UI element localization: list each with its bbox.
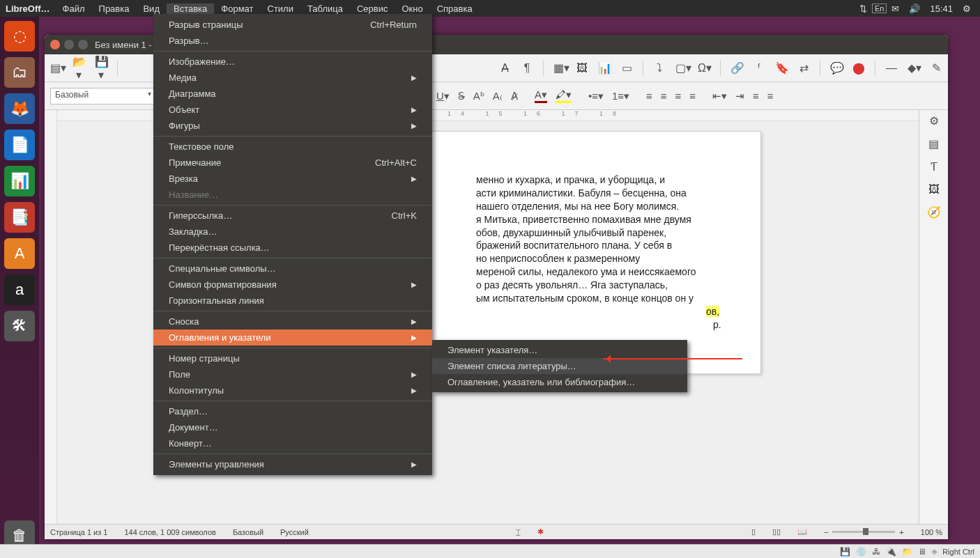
underline-icon[interactable]: U▾ [436,90,450,102]
settings-icon[interactable]: 🛠 [4,311,35,341]
menu-table[interactable]: Таблица [300,3,350,14]
window-maximize[interactable] [78,40,88,49]
insert-menu-item[interactable]: Номер страницы [153,350,432,366]
insert-menu-item[interactable]: Гиперссылка…Ctrl+K [153,208,432,224]
insert-menu-item[interactable]: Символ форматирования▶ [153,277,432,293]
align-right-icon[interactable]: ≡ [675,90,682,102]
insert-menu-item[interactable]: Разрыв… [153,33,432,49]
menu-format[interactable]: Формат [214,3,260,14]
align-center-icon[interactable]: ≡ [661,90,667,102]
para-spacing-icon[interactable]: ≡ [767,90,774,102]
zoom-slider[interactable]: −+ [824,528,904,536]
highlight-icon[interactable]: 🖍▾ [556,88,572,103]
linespacing-icon[interactable]: ≡ [753,90,759,102]
submenu-item[interactable]: Элемент списка литературы… [432,358,687,374]
insert-menu-item[interactable]: Элементы управления▶ [153,456,432,472]
insert-menu-item[interactable]: Сноска▶ [153,313,432,330]
insert-menu-item[interactable]: Объект▶ [153,102,432,118]
status-insert-icon[interactable]: ⌶ [516,528,521,536]
symbol-icon[interactable]: Ω▾ [698,61,710,75]
chart-icon[interactable]: 📊 [598,61,611,75]
calc-icon[interactable]: 📊 [4,166,35,196]
pilcrow-icon[interactable]: ¶ [521,62,533,75]
menu-window[interactable]: Окно [395,3,429,14]
subscript-icon[interactable]: A₍ [493,90,503,102]
insert-menu-item[interactable]: ПримечаниеCtrl+Alt+C [153,155,432,171]
clear-format-icon[interactable]: A̶ [498,61,511,75]
network-icon[interactable]: ⇅ [855,3,872,14]
table-icon[interactable]: ▦▾ [553,61,566,75]
field-icon[interactable]: ▢▾ [675,61,688,75]
trackchanges-icon[interactable]: ⬤ [852,61,865,75]
amazon-icon[interactable]: a [4,274,35,305]
view-single-icon[interactable]: ▯ [751,527,756,536]
draw-icon[interactable]: ✎ [930,61,942,75]
submenu-item[interactable]: Оглавление, указатель или библиография… [432,374,687,390]
files-icon[interactable]: 🗂 [4,57,35,88]
insert-menu-item[interactable]: Раздел… [153,403,432,419]
view-book-icon[interactable]: 📖 [797,527,807,536]
impress-icon[interactable]: 📑 [4,202,35,233]
superscript-icon[interactable]: Aᵇ [473,90,484,102]
menu-file[interactable]: Файл [56,3,92,14]
gear-icon[interactable]: ⚙ [958,3,976,14]
new-icon[interactable]: ▤▾ [50,61,63,75]
font-color-icon[interactable]: A▾ [535,88,547,103]
indent-inc-icon[interactable]: ⇥ [735,90,744,102]
footnote-icon[interactable]: ᶠ [753,61,765,75]
insert-menu-item[interactable]: Перекрёстная ссылка… [153,240,432,256]
insert-menu-item[interactable]: Оглавления и указатели▶ [153,330,432,346]
menu-styles[interactable]: Стили [261,3,300,14]
image-icon[interactable]: 🖼 [576,62,588,75]
save-icon[interactable]: 💾▾ [95,55,107,82]
submenu-item[interactable]: Элемент указателя… [432,342,687,358]
mail-icon[interactable]: ✉ [887,3,904,14]
bullet-list-icon[interactable]: •≡▾ [588,90,604,102]
bookmark-icon[interactable]: 🔖 [775,61,788,75]
menu-help[interactable]: Справка [430,3,480,14]
insert-menu-item[interactable]: Специальные символы… [153,261,432,277]
textbox-icon[interactable]: ▭ [620,61,633,75]
erase-icon[interactable]: A̷ [511,90,518,102]
menu-edit[interactable]: Правка [92,3,137,14]
insert-menu-item[interactable]: Текстовое поле [153,139,432,155]
status-save-icon[interactable]: ✱ [537,527,544,536]
insert-menu-item[interactable]: Конверт… [153,435,432,451]
menu-insert[interactable]: Вставка [167,3,214,14]
strike-icon[interactable]: S̶ [458,90,465,102]
insert-menu-item[interactable]: Диаграмма [153,86,432,102]
indent-dec-icon[interactable]: ⇤▾ [712,90,727,102]
menu-tools[interactable]: Сервис [350,3,395,14]
zoom-value[interactable]: 100 % [921,528,942,536]
number-list-icon[interactable]: 1≡▾ [612,90,629,102]
align-justify-icon[interactable]: ≡ [689,90,696,102]
dash-icon[interactable]: ◌ [4,21,35,52]
hyperlink-icon[interactable]: 🔗 [730,61,743,75]
paragraph-style-combo[interactable]: Базовый [50,88,155,104]
sidebar-navigator-icon[interactable]: 🧭 [927,206,941,219]
align-left-icon[interactable]: ≡ [646,90,652,102]
keyboard-layout[interactable]: En [872,3,887,13]
insert-menu-item[interactable]: Разрыв страницыCtrl+Return [153,17,432,33]
firefox-icon[interactable]: 🦊 [4,93,35,124]
sidebar-properties-icon[interactable]: ▤ [928,137,939,150]
window-minimize[interactable] [64,40,74,49]
writer-icon[interactable]: 📄 [4,130,35,160]
line-icon[interactable]: — [885,62,898,75]
crossref-icon[interactable]: ⇄ [797,61,810,75]
insert-menu-item[interactable]: Документ… [153,419,432,435]
clock[interactable]: 15:41 [925,3,958,14]
insert-menu-item[interactable]: Закладка… [153,224,432,240]
basic-shapes-icon[interactable]: ◆▾ [908,61,920,75]
sidebar-styles-icon[interactable]: Ƭ [931,160,937,173]
open-icon[interactable]: 📂▾ [72,55,85,82]
sound-icon[interactable]: 🔊 [904,3,925,14]
insert-menu-item[interactable]: Горизонтальная линия [153,293,432,309]
pagebreak-icon[interactable]: ⤵ [653,62,666,75]
software-icon[interactable]: A [4,238,35,269]
menu-view[interactable]: Вид [136,3,167,14]
view-multi-icon[interactable]: ▯▯ [772,527,781,536]
insert-menu-item[interactable]: Врезка▶ [153,171,432,187]
insert-menu-item[interactable]: Фигуры▶ [153,118,432,134]
window-close[interactable] [50,40,60,49]
